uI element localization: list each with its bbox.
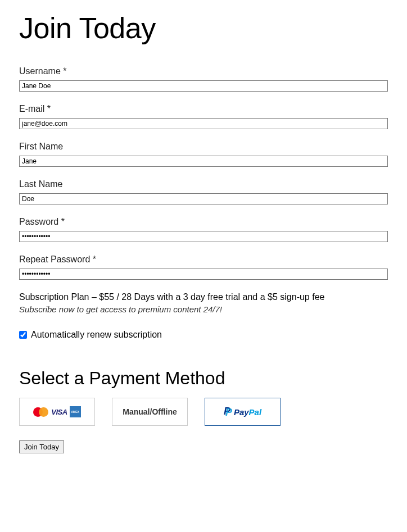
manual-offline-label: Manual/Offline — [123, 407, 177, 416]
payment-option-manual[interactable]: Manual/Offline — [112, 398, 188, 426]
card-icons-group: VISA AMEX — [33, 406, 80, 417]
first-name-input[interactable] — [19, 156, 388, 167]
payment-option-paypal[interactable]: P P PayPal — [205, 398, 281, 426]
mastercard-icon — [33, 407, 49, 417]
amex-icon: AMEX — [70, 406, 81, 417]
paypal-icon: P P — [224, 407, 233, 417]
password-input[interactable] — [19, 231, 388, 242]
password-label: Password * — [19, 217, 388, 227]
paypal-logo-wrap: P P PayPal — [224, 407, 261, 417]
auto-renew-checkbox[interactable] — [19, 331, 27, 339]
first-name-group: First Name — [19, 142, 388, 167]
last-name-group: Last Name — [19, 179, 388, 204]
last-name-input[interactable] — [19, 193, 388, 204]
auto-renew-row: Automatically renew subscription — [19, 330, 388, 340]
payment-options: VISA AMEX Manual/Offline P P PayPal — [19, 398, 388, 426]
email-input[interactable] — [19, 118, 388, 129]
subscription-plan-description: Subscribe now to get access to premium c… — [19, 304, 388, 314]
repeat-password-label: Repeat Password * — [19, 254, 388, 265]
paypal-text: PayPal — [234, 407, 261, 417]
email-label: E-mail * — [19, 104, 388, 114]
last-name-label: Last Name — [19, 179, 388, 189]
username-group: Username * — [19, 66, 388, 92]
first-name-label: First Name — [19, 142, 388, 152]
email-group: E-mail * — [19, 104, 388, 129]
repeat-password-group: Repeat Password * — [19, 254, 388, 280]
password-group: Password * — [19, 217, 388, 242]
visa-icon: VISA — [51, 408, 67, 416]
subscription-plan-text: Subscription Plan – $55 / 28 Days with a… — [19, 292, 388, 302]
username-input[interactable] — [19, 80, 388, 92]
username-label: Username * — [19, 66, 388, 76]
auto-renew-label: Automatically renew subscription — [31, 330, 162, 340]
page-title: Join Today — [19, 11, 388, 45]
join-today-button[interactable]: Join Today — [19, 440, 64, 453]
repeat-password-input[interactable] — [19, 269, 388, 280]
payment-heading: Select a Payment Method — [19, 368, 388, 389]
payment-option-cards[interactable]: VISA AMEX — [19, 398, 95, 426]
